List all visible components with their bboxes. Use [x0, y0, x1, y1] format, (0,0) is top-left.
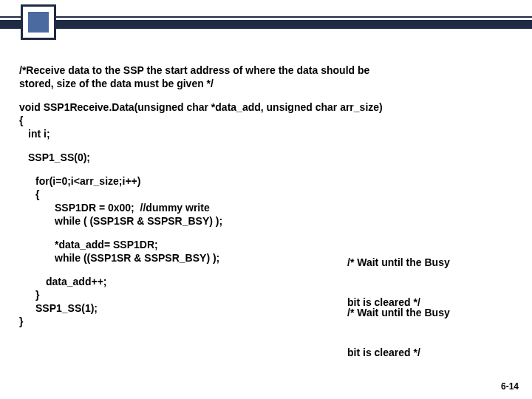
fn-declaration: void SSP1Receive.Data(unsigned char *dat…: [19, 100, 514, 114]
page-number: 6-14: [501, 381, 519, 392]
note-line: bit is cleared */: [347, 346, 450, 359]
var-decl: int i;: [19, 127, 514, 140]
slide: /*Receive data to the SSP the start addr…: [0, 0, 532, 399]
note-wait-busy-2: /* Wait until the Busy bit is cleared */: [347, 279, 450, 386]
comment-line: /*Receive data to the SSP the start addr…: [19, 64, 514, 77]
ssp-ss-low: SSP1_SS(0);: [19, 151, 514, 164]
brace: {: [19, 114, 514, 127]
decor-rule-thick: [0, 20, 532, 29]
decor-rule-thin: [0, 16, 532, 18]
comment-line: stored, size of the data must be given *…: [19, 77, 514, 90]
brace: {: [19, 188, 514, 201]
decor-accent: [21, 4, 56, 40]
dummy-write: SSP1DR = 0x00; //dummy write: [19, 201, 514, 214]
wait-busy-1: while ( (SSP1SR & SSPSR_BSY) );: [19, 214, 514, 228]
note-line: /* Wait until the Busy: [347, 306, 450, 319]
decor-accent-inner: [28, 12, 49, 33]
for-loop: for(i=0;i<arr_size;i++): [19, 174, 514, 188]
note-line: /* Wait until the Busy: [347, 256, 450, 269]
